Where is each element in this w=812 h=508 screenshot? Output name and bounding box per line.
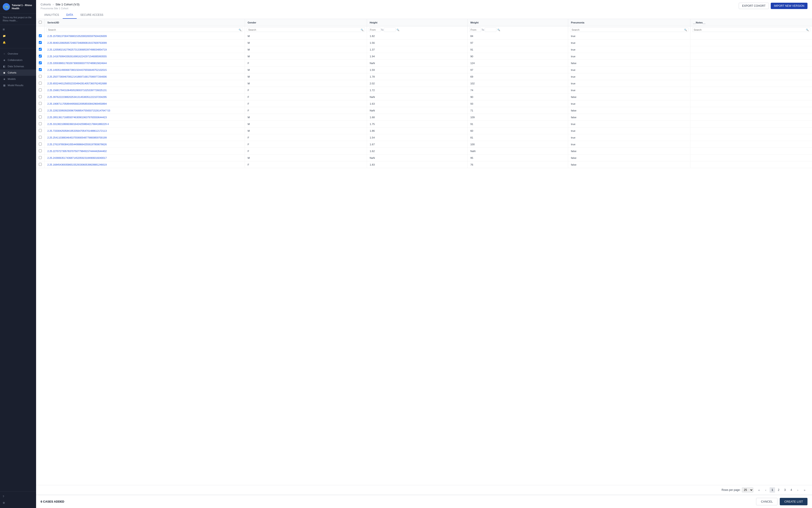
page-number-1[interactable]: 1 bbox=[770, 487, 775, 493]
folder-icon: 📁 bbox=[3, 35, 6, 37]
series-uid-link[interactable]: 2.25.24390635174368714520592318490601604… bbox=[47, 157, 107, 159]
series-uid-link[interactable]: 2.25.33593865178326730830003770748981582… bbox=[47, 62, 107, 65]
cancel-button[interactable]: CANCEL bbox=[756, 498, 777, 505]
row-weight: 81 bbox=[468, 134, 568, 141]
row-height: 1.75 bbox=[367, 121, 467, 127]
sidebar-item-model-results[interactable]: ▦ Model Results bbox=[0, 82, 36, 88]
row-checkbox[interactable] bbox=[39, 95, 42, 98]
series-uid-link[interactable]: 2.25.14167699433926169816224297154608599… bbox=[47, 55, 107, 58]
series-uid-link[interactable]: 2.25.22707273057837075077984915744444264… bbox=[47, 150, 107, 153]
weight-from-input[interactable] bbox=[469, 28, 481, 32]
page-last-button[interactable]: » bbox=[802, 487, 808, 493]
row-weight: 74 bbox=[468, 87, 568, 94]
series-uid-link[interactable]: 2.25.12058021627962573133068539749803485… bbox=[47, 48, 107, 51]
sidebar-item-label: Collaborators bbox=[8, 59, 22, 61]
height-from-input[interactable] bbox=[369, 28, 381, 32]
series-uid-link[interactable]: 2.25.25077369467081214186971681759697726… bbox=[47, 75, 107, 78]
row-checkbox[interactable] bbox=[39, 156, 42, 159]
row-checkbox[interactable] bbox=[39, 109, 42, 112]
sidebar-item-overview[interactable]: ○ Overview bbox=[0, 50, 36, 57]
row-checkbox[interactable] bbox=[39, 136, 42, 139]
breadcrumb-parent-link[interactable]: Cohorts bbox=[41, 3, 51, 6]
series-uid-link[interactable]: 2.25.15681784310645052800371025339772602… bbox=[47, 89, 107, 92]
series-uid-link[interactable]: 2.25.25411038834645375590054877980085970… bbox=[47, 136, 107, 139]
page-number-2[interactable]: 2 bbox=[776, 487, 781, 493]
row-gender: F bbox=[245, 141, 367, 148]
row-pneumonia: false bbox=[568, 107, 690, 114]
sidebar-item-cohorts[interactable]: ◉ Cohorts bbox=[0, 70, 36, 76]
row-height: 1.56 bbox=[367, 39, 467, 46]
series-uid-link[interactable]: 2.25.73330425058419533564705470148861217… bbox=[47, 129, 107, 132]
row-height: 1.82 bbox=[367, 33, 467, 39]
row-checkbox[interactable] bbox=[39, 142, 42, 145]
table-row: 2.25.22823395092009670688547556507152614… bbox=[36, 107, 812, 114]
sidebar-item-collaborators[interactable]: ◈ Collaborators bbox=[0, 57, 36, 63]
row-height: NaN bbox=[367, 94, 467, 100]
series-uid-link[interactable]: 2.25.27619789384105544998664255919795907… bbox=[47, 143, 107, 146]
row-checkbox[interactable] bbox=[39, 48, 42, 51]
page-first-button[interactable]: « bbox=[756, 487, 762, 493]
search-notes-input[interactable] bbox=[694, 29, 805, 31]
row-checkbox[interactable] bbox=[39, 102, 42, 105]
tab-data[interactable]: DATA bbox=[63, 11, 77, 19]
help-button[interactable]: ? bbox=[0, 493, 36, 500]
row-checkbox[interactable] bbox=[39, 68, 42, 71]
select-all-checkbox[interactable] bbox=[39, 21, 42, 24]
table-row: 2.25.25411038834645375590054877980085970… bbox=[36, 134, 812, 141]
row-checkbox[interactable] bbox=[39, 129, 42, 132]
series-uid-link[interactable]: 2.25.65524401256552333494281405736076245… bbox=[47, 82, 107, 85]
row-checkbox[interactable] bbox=[39, 41, 42, 44]
tab-secure-access[interactable]: SECURE ACCESS bbox=[77, 11, 107, 19]
row-series-uid: 2.25.25077369467081214186971681759697726… bbox=[45, 73, 245, 80]
row-checkbox-cell bbox=[36, 100, 45, 107]
row-checkbox[interactable] bbox=[39, 34, 42, 37]
search-gender-input[interactable] bbox=[248, 29, 360, 31]
weight-to-input[interactable] bbox=[485, 28, 497, 32]
settings-button[interactable]: ⚙ bbox=[0, 500, 36, 506]
sidebar-item-label: Cohorts bbox=[8, 71, 16, 74]
series-uid-link[interactable]: 2.25.90401306056572483734689081915760976… bbox=[47, 42, 107, 44]
row-notes bbox=[690, 73, 812, 80]
row-height: NaN bbox=[367, 155, 467, 161]
series-uid-link[interactable]: 2.25.28513617168550746309019637976555064… bbox=[47, 116, 107, 119]
sidebar-item-models[interactable]: ◈ Models bbox=[0, 76, 36, 82]
sidebar-icon-bell[interactable]: 🔔 bbox=[0, 39, 36, 46]
height-to-input[interactable] bbox=[384, 28, 396, 32]
series-uid-link[interactable]: 2.25.22823395092009670688547556507152614… bbox=[47, 109, 110, 112]
sidebar-item-label: Data Schemas bbox=[8, 65, 24, 68]
table-search-row: 🔍 🔍 To 🔍 bbox=[36, 26, 812, 33]
series-uid-link[interactable]: 2.25.16845436935865155293306053982888124… bbox=[47, 163, 107, 166]
page-prev-button[interactable]: ‹ bbox=[763, 487, 769, 493]
search-pneumonia-input[interactable] bbox=[571, 29, 683, 31]
sidebar-item-data-schemas[interactable]: ◧ Data Schemas bbox=[0, 63, 36, 70]
row-checkbox[interactable] bbox=[39, 149, 42, 152]
row-checkbox-cell bbox=[36, 94, 45, 100]
row-checkbox[interactable] bbox=[39, 116, 42, 118]
search-series-uid-input[interactable] bbox=[48, 29, 238, 31]
row-height: 1.83 bbox=[367, 161, 467, 168]
row-checkbox[interactable] bbox=[39, 163, 42, 166]
series-uid-link[interactable]: 2.25.14935149696873801504437655664975210… bbox=[47, 69, 107, 71]
page-number-4[interactable]: 4 bbox=[788, 487, 794, 493]
tab-analytics[interactable]: ANALYTICS bbox=[41, 11, 63, 19]
series-uid-link[interactable]: 2.25.39762222388202534131453835122210720… bbox=[47, 96, 107, 98]
row-checkbox[interactable] bbox=[39, 88, 42, 91]
sidebar-icon-grid[interactable]: ⊞ bbox=[0, 26, 36, 33]
row-checkbox[interactable] bbox=[39, 122, 42, 125]
row-checkbox[interactable] bbox=[39, 75, 42, 78]
row-checkbox[interactable] bbox=[39, 54, 42, 57]
series-uid-link[interactable]: 2.25.33138210806036016424259804217684188… bbox=[47, 123, 109, 125]
tab-bar: ANALYTICS DATA SECURE ACCESS bbox=[41, 11, 808, 19]
create-list-button[interactable]: CREATE LIST bbox=[780, 498, 808, 505]
rows-per-page-select[interactable]: 25 50 100 bbox=[742, 488, 753, 493]
page-number-3[interactable]: 3 bbox=[782, 487, 787, 493]
select-all-header bbox=[36, 19, 45, 26]
row-checkbox[interactable] bbox=[39, 82, 42, 85]
page-next-button[interactable]: › bbox=[795, 487, 801, 493]
row-checkbox[interactable] bbox=[39, 61, 42, 64]
series-uid-link[interactable]: 2.25.19087117058944956822095859384296945… bbox=[47, 102, 107, 105]
sidebar-icon-folder[interactable]: 📁 bbox=[0, 33, 36, 39]
series-uid-link[interactable]: 2.25.15708137304706801535200026559750442… bbox=[47, 35, 107, 37]
import-new-version-button[interactable]: IMPORT NEW VERSION bbox=[771, 3, 808, 9]
export-cohort-button[interactable]: EXPORT COHORT bbox=[739, 3, 769, 9]
